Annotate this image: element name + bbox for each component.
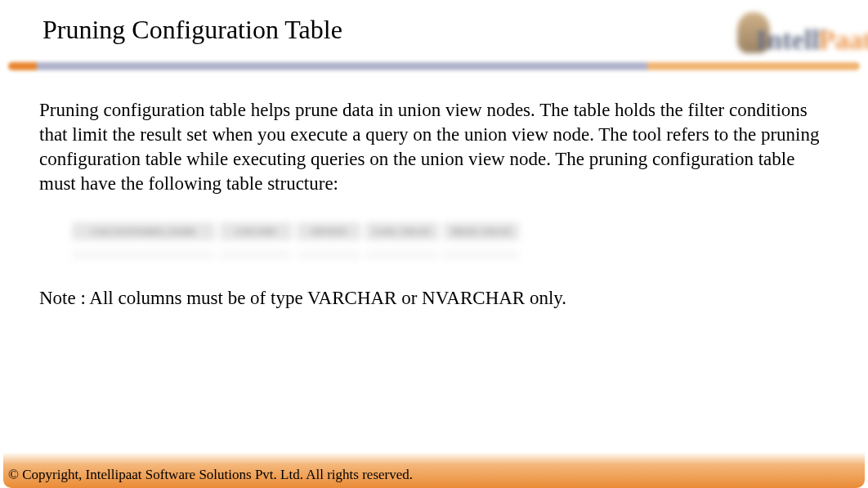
table-cell: [220, 250, 292, 260]
table-cell: [444, 250, 519, 260]
divider-segment-orange: [8, 62, 37, 70]
table-cell: [297, 250, 360, 260]
table-column-header: CALCSCENARIO_NAME: [72, 222, 215, 240]
slide-header: Pruning Configuration Table Intelli Paat: [0, 0, 868, 75]
header-divider: [8, 62, 860, 70]
slide-content: Pruning configuration table helps prune …: [0, 75, 868, 309]
logo-text-first: Intelli: [756, 25, 827, 56]
table-column-header: HIGH_VALUE: [444, 222, 519, 240]
table-column-header: LOW_VALUE: [365, 222, 439, 240]
table-header-row: CALCSCENARIO_NAME COLUMN OPTION LOW_VALU…: [69, 219, 584, 244]
brand-logo: Intelli Paat: [729, 8, 868, 57]
table-cell: [72, 250, 215, 260]
divider-segment-gray: [37, 62, 647, 70]
slide-footer: © Copyright, Intellipaat Software Soluti…: [3, 452, 865, 488]
table-cell: [365, 250, 439, 260]
logo-text-second: Paat: [818, 25, 868, 56]
table-data-row: [69, 250, 584, 270]
divider-segment-light-orange: [647, 62, 860, 70]
table-column-header: COLUMN: [220, 222, 292, 240]
description-paragraph: Pruning configuration table helps prune …: [39, 98, 829, 196]
table-structure-image: CALCSCENARIO_NAME COLUMN OPTION LOW_VALU…: [69, 219, 584, 268]
copyright-text: © Copyright, Intellipaat Software Soluti…: [8, 467, 413, 482]
note-text: Note : All columns must be of type VARCH…: [39, 288, 829, 309]
table-column-header: OPTION: [297, 222, 360, 240]
